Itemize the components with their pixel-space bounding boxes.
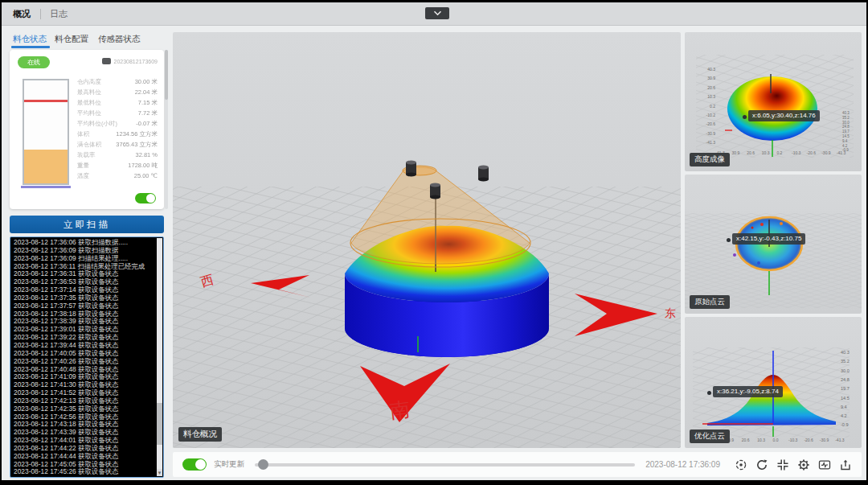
height-dome	[727, 76, 817, 141]
card-toggle[interactable]	[135, 193, 156, 203]
axis-tick-label: -10.3	[792, 151, 800, 155]
app-window: 概况 日志 料仓状态 料仓配置 传感器状态 在线 20230812173609 …	[0, 0, 868, 485]
axis-tick-label: 30.9	[707, 76, 715, 80]
footer-bar: 实时更新 2023-08-12 17:36:09	[173, 452, 862, 477]
aperture-icon[interactable]	[734, 458, 747, 471]
axis-tick-label: 35.2	[841, 360, 850, 364]
height-map-tooltip: x:6.05,y:30.40,z:14.76	[748, 110, 820, 121]
stat-row: 温度25.00 ℃	[77, 171, 158, 181]
axis-tick-label: 40.3	[707, 68, 715, 72]
axis-tick-label: -41.3	[706, 141, 715, 145]
axis-tick-label: -30.9	[706, 132, 715, 136]
axis-tick-label: -30.9	[821, 151, 830, 155]
axis-tick-label: 14.5	[842, 134, 850, 138]
monitor-icon[interactable]	[817, 458, 831, 471]
tab-log[interactable]: 日志	[50, 8, 68, 20]
axis-tick-label: 40.3	[842, 111, 850, 115]
online-status-badge: 在线	[18, 56, 50, 68]
compass-arrow-east	[575, 294, 657, 336]
panel-opt-cloud[interactable]: x:36.21,y:-9.05,z:8.74 优化点云 40.335.230.0…	[685, 317, 862, 448]
compass-arrow-west	[251, 275, 311, 298]
screen-edge-left	[0, 0, 2, 485]
sensor-3	[478, 166, 489, 182]
sidebar-scrollbar[interactable]	[165, 50, 168, 209]
toggle-knob	[146, 194, 155, 203]
axis-tick-label: -10.3	[788, 438, 797, 442]
panel-label-raw-cloud: 原始点云	[690, 295, 730, 309]
compass-char-south: 南	[389, 397, 411, 422]
toggle-knob	[195, 459, 206, 470]
axis-tick-label: 20.6	[747, 151, 755, 155]
sidebar-tab-sensor-status[interactable]: 传感器状态	[98, 34, 141, 45]
tank-fill-level	[24, 150, 68, 183]
panel-height-map[interactable]: x:6.05,y:30.40,z:14.76 高度成像 40.330.920.6…	[685, 32, 862, 171]
opt-cloud-scene	[685, 317, 862, 448]
stat-row: 装载率32.81 %	[77, 150, 158, 160]
cloud-dot	[760, 223, 764, 226]
collapse-header-button[interactable]	[425, 7, 449, 19]
cloud-dot	[780, 222, 783, 225]
tank-alarm-line	[24, 100, 68, 102]
axis-tick-label: 10.3	[762, 151, 770, 155]
stats-list: 仓内高度30.00 米最高料位22.04 米最低料位7.15 米平均料位7.72…	[77, 76, 158, 181]
device-id-text: 20230812173609	[113, 59, 158, 64]
device-info: 20230812173609	[102, 58, 158, 64]
timestamp: 2023-08-12 17:36:09	[645, 460, 720, 469]
axis-tick-label: 0.2	[776, 151, 782, 155]
log-console[interactable]: 2023-08-12 17:36:06 获取扫描数据.....2023-08-1…	[10, 236, 164, 478]
axis-tick-label: 0.0	[773, 438, 779, 442]
stat-row: 仓内高度30.00 米	[77, 76, 158, 87]
probe-dot	[707, 391, 711, 395]
panel-raw-cloud[interactable]: x:42.15,y:-0.43,z:10.75 原始点云	[685, 175, 862, 314]
scan-now-button[interactable]: 立即扫描	[10, 216, 164, 233]
panel-label-opt-cloud: 优化点云	[690, 430, 730, 443]
refresh-icon[interactable]	[755, 458, 768, 471]
axis-tick-label: 14.5	[841, 397, 850, 401]
axis-tick-label: 30.0	[842, 121, 850, 125]
settings-icon[interactable]	[796, 458, 810, 471]
main-3d-viewport[interactable]: 西 南 东 料仓概况	[173, 32, 681, 448]
scan-cone	[351, 167, 530, 264]
compass-char-east: 东	[665, 306, 676, 319]
height-map-scene	[685, 32, 862, 171]
export-icon[interactable]	[838, 458, 852, 471]
realtime-toggle[interactable]	[182, 458, 207, 471]
timeline-slider[interactable]	[255, 458, 635, 471]
stat-row: 最高料位22.04 米	[77, 87, 158, 97]
axis-tick-label: -30.9	[820, 438, 829, 442]
log-scrollbar-thumb[interactable]	[157, 403, 162, 445]
axis-tick-label: 4.2	[841, 414, 847, 418]
axis-tick-label: 20.6	[742, 438, 750, 442]
axis-tick-label: 10.3	[757, 438, 765, 442]
silo-3d-scene: 西 南 东	[173, 32, 681, 448]
axis-tick-label: 40.3	[841, 351, 850, 355]
log-lines: 2023-08-12 17:36:06 获取扫描数据.....2023-08-1…	[10, 237, 163, 476]
axis-tick-label: 9.4	[841, 405, 847, 409]
sidebar-scrollbar-thumb[interactable]	[165, 50, 168, 100]
silo-tank-graphic	[23, 79, 69, 185]
probe-dot	[743, 115, 747, 119]
stat-row: 平均料位(小时)-0.07 米	[77, 118, 158, 129]
sidebar-tab-silo-status[interactable]: 料仓状态	[13, 34, 47, 45]
raw-cloud-tooltip: x:42.15,y:-0.43,z:10.75	[732, 233, 805, 245]
stat-row: 最低料位7.15 米	[77, 97, 158, 108]
scroll-down-icon[interactable]: ▼	[157, 469, 162, 476]
axis-tick-label: 30.0	[841, 369, 850, 373]
axis-tick-label: 35.2	[842, 116, 850, 120]
sidebar-tab-silo-config[interactable]: 料仓配置	[55, 34, 88, 45]
axis-tick-label: 30.9	[732, 151, 740, 155]
log-line: 2023-08-12 17:45:26 获取设备状态	[10, 468, 163, 476]
axis-tick-label: 20.6	[707, 86, 715, 90]
slider-handle[interactable]	[258, 459, 268, 470]
stat-row: 满仓体积3765.43 立方米	[77, 139, 158, 150]
stat-row: 重量1728.00 吨	[77, 160, 158, 171]
sensor-1	[406, 161, 416, 177]
tank-base-line	[21, 186, 71, 188]
tab-overview[interactable]: 概况	[13, 8, 31, 20]
silo-status-card: 在线 20230812173609 仓内高度30.00 米最高料位22.04 米…	[10, 50, 164, 209]
axis-tick-label: 24.8	[842, 125, 850, 129]
collapse-icon[interactable]	[776, 458, 789, 471]
axis-tick-label: -0.9	[842, 148, 849, 152]
axis-tick-label: 4.2	[842, 144, 847, 148]
axis-tick-label: 10.3	[707, 95, 715, 99]
